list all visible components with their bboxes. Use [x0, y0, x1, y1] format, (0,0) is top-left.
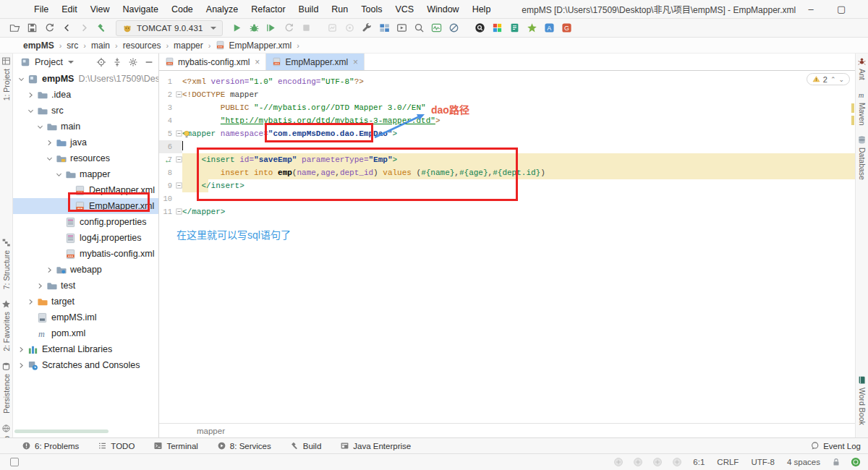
tree-item-webapp[interactable]: webapp — [13, 262, 158, 278]
run-configuration-selector[interactable]: TOMCAT 9.0.431 — [116, 20, 223, 36]
tree-item-target[interactable]: target — [13, 294, 158, 309]
plugin-star-icon-button[interactable] — [524, 20, 541, 36]
fold-marker-icon[interactable] — [176, 182, 182, 189]
translate-red-icon-button[interactable]: G — [558, 20, 576, 36]
tree-item-empms[interactable]: empMSD:\Users\17509\Desktop — [13, 71, 158, 87]
menu-tools[interactable]: Tools — [354, 0, 388, 19]
tree-item-.idea[interactable]: .idea — [13, 87, 158, 103]
fold-marker-icon[interactable] — [176, 208, 182, 215]
menu-refactor[interactable]: Refactor — [244, 0, 292, 19]
code-line-9[interactable]: 9 </insert> — [159, 179, 855, 192]
translate-blue-icon-button[interactable]: A — [541, 20, 558, 36]
readonly-lock-icon[interactable] — [831, 457, 841, 467]
status-caret-position[interactable]: 6:1 — [692, 458, 706, 466]
menu-vcs[interactable]: VCS — [388, 0, 420, 19]
collapse-all-icon[interactable] — [112, 57, 122, 67]
toolwindow-button-todo[interactable]: TODO — [98, 441, 135, 450]
code-line-10[interactable]: 10 — [159, 192, 855, 205]
tree-item-test[interactable]: test — [13, 278, 158, 294]
tool-stripe-2-favorites[interactable]: 2: Favorites — [1, 299, 11, 351]
editor-breadcrumb[interactable]: mapper — [159, 423, 855, 437]
run-anything-icon-button[interactable] — [393, 20, 411, 36]
project-structure-icon-button[interactable] — [376, 20, 393, 36]
activity-monitor-icon-button[interactable] — [428, 20, 446, 36]
code-line-3[interactable]: 3 PUBLIC "-//mybatis.org//DTD Mapper 3.0… — [159, 101, 855, 114]
chevron-right-icon[interactable] — [17, 362, 25, 369]
menu-code[interactable]: Code — [165, 0, 200, 19]
tree-item-mybatis-config.xml[interactable]: mybatis-config.xml — [13, 246, 158, 262]
maximize-button[interactable]: ▢ — [826, 0, 856, 19]
close-icon[interactable]: × — [353, 57, 358, 67]
menu-window[interactable]: Window — [420, 0, 465, 19]
back-icon-button[interactable] — [58, 20, 75, 36]
chevron-right-icon[interactable] — [46, 266, 54, 274]
chevron-down-icon[interactable] — [36, 123, 44, 131]
breadcrumb-item[interactable]: main — [90, 40, 111, 51]
tree-item-empms.iml[interactable]: empMS.iml — [13, 309, 158, 325]
chevron-right-icon[interactable] — [46, 139, 54, 147]
menu-run[interactable]: Run — [325, 0, 354, 19]
settings-gear-icon[interactable] — [128, 57, 138, 67]
breadcrumb-item[interactable]: mapper — [172, 40, 205, 51]
status-indent-setting[interactable]: 4 spaces — [786, 458, 822, 466]
translator-engine-icon[interactable] — [652, 457, 663, 467]
editor-tab-mybatis-config.xml[interactable]: mybatis-config.xml× — [159, 54, 266, 70]
locate-icon[interactable] — [96, 57, 106, 67]
status-file-encoding[interactable]: UTF-8 — [749, 458, 776, 466]
code-line-4[interactable]: 4 "http://mybatis.org/dtd/mybatis-3-mapp… — [159, 114, 855, 127]
settings-wrench-icon-button[interactable] — [359, 20, 376, 36]
tool-stripe-7-structure[interactable]: 7: Structure — [1, 238, 11, 289]
menu-edit[interactable]: Edit — [55, 0, 84, 19]
tree-item-main[interactable]: main — [13, 119, 158, 134]
tree-item-resources[interactable]: resources — [13, 150, 158, 166]
chevron-down-icon[interactable] — [17, 75, 25, 83]
open-icon-button[interactable] — [6, 20, 23, 36]
tree-item-scratches-and-consoles[interactable]: Scratches and Consoles — [13, 357, 158, 373]
save-icon-button[interactable] — [23, 20, 41, 36]
chevron-right-icon[interactable] — [17, 346, 25, 354]
close-icon[interactable]: × — [255, 57, 260, 67]
menu-analyze[interactable]: Analyze — [200, 0, 244, 19]
debug-icon-button[interactable] — [246, 20, 263, 36]
menu-build[interactable]: Build — [292, 0, 326, 19]
tool-stripe-1-project[interactable]: 1: Project — [1, 56, 11, 101]
code-line-5[interactable]: 5<mapper namespace="com.empMsDemo.dao.Em… — [159, 127, 855, 140]
toolwindow-button-java-enterprise[interactable]: Java Enterprise — [340, 441, 411, 450]
quick-search-icon-button[interactable] — [472, 20, 489, 36]
tool-stripe-word-book[interactable]: Word Book — [857, 375, 867, 425]
tree-item-log4j.properties[interactable]: log4j.properties — [13, 230, 158, 246]
run-icon-button[interactable] — [229, 20, 246, 36]
dictionary-icon-button[interactable] — [506, 20, 524, 36]
menu-file[interactable]: File — [27, 0, 55, 19]
tool-stripe-database[interactable]: Database — [857, 135, 867, 180]
tool-window-toggle-icon[interactable] — [10, 458, 19, 466]
translator-engine-icon[interactable] — [613, 457, 624, 467]
close-button[interactable]: ✕ — [856, 0, 868, 19]
breadcrumb-item[interactable]: empMS — [22, 40, 56, 51]
sync-icon-button[interactable] — [41, 20, 58, 36]
chevron-right-icon[interactable] — [27, 91, 35, 99]
breadcrumb-item[interactable]: src — [65, 40, 80, 51]
toolwindow-button-build[interactable]: Build — [290, 441, 322, 450]
status-line-separator[interactable]: CRLF — [715, 458, 740, 466]
chevron-right-icon[interactable] — [27, 298, 35, 306]
chevron-right-icon[interactable] — [36, 282, 44, 290]
toolwindow-button-8-services[interactable]: 8: Services — [217, 441, 271, 450]
forward-icon-button[interactable] — [75, 20, 93, 36]
plugin-status-icon[interactable] — [851, 457, 861, 467]
chevron-down-icon[interactable] — [46, 155, 54, 163]
chevron-down-icon[interactable] — [55, 171, 63, 179]
fold-marker-icon[interactable] — [176, 156, 182, 163]
tree-item-deptmapper.xml[interactable]: DeptMapper.xml — [13, 182, 158, 198]
menu-navigate[interactable]: Navigate — [116, 0, 165, 19]
tree-item-external-libraries[interactable]: External Libraries — [13, 341, 158, 357]
code-line-11[interactable]: 11</mapper> — [159, 205, 855, 218]
color-palette-icon-button[interactable] — [489, 20, 506, 36]
code-line-6[interactable]: 6 — [159, 140, 855, 153]
toolwindow-button-terminal[interactable]: Terminal — [153, 441, 197, 450]
translator-engine-icon[interactable] — [672, 457, 682, 467]
attach-icon-button[interactable] — [341, 20, 359, 36]
menu-view[interactable]: View — [84, 0, 116, 19]
profiler-icon-button[interactable] — [324, 20, 341, 36]
build-hammer-icon-button[interactable] — [93, 20, 110, 36]
